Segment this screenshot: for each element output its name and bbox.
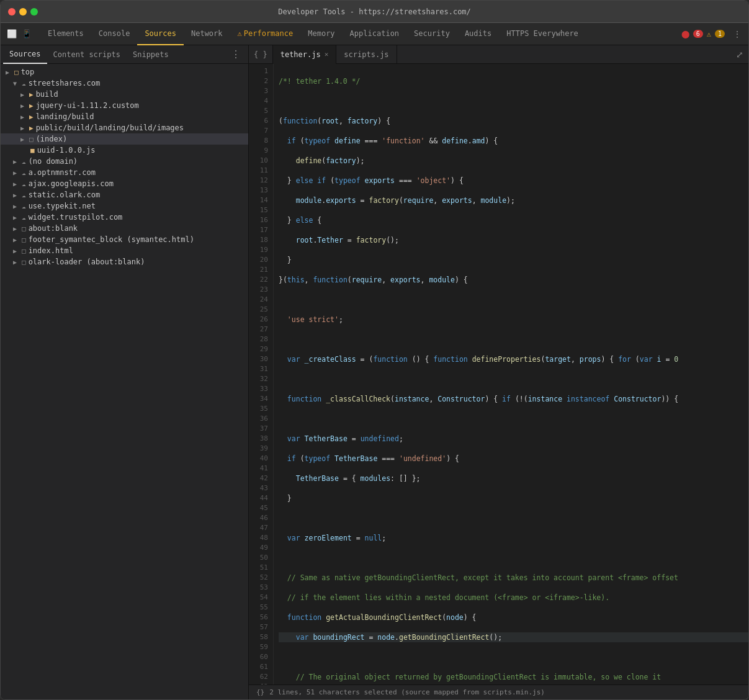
devtools-window: Developer Tools - https://streetshares.c… <box>0 0 749 700</box>
expand-arrow: ▶ <box>13 259 22 266</box>
sidebar-tab-content-scripts[interactable]: Content scripts <box>47 45 127 64</box>
expand-arrow: ▶ <box>20 136 29 143</box>
tree-item-static-olark[interactable]: ▶ ☁ static.olark.com <box>1 189 248 200</box>
editor-tab-tether[interactable]: tether.js ✕ <box>273 45 337 64</box>
tree-item-trustpilot[interactable]: ▶ ☁ widget.trustpilot.com <box>1 212 248 223</box>
tab-audits[interactable]: Audits <box>457 23 499 45</box>
sidebar-tab-snippets[interactable]: Snippets <box>127 45 175 64</box>
more-icon[interactable]: ⋮ <box>733 30 741 38</box>
close-button[interactable] <box>8 8 16 16</box>
main-area: Sources Content scripts Snippets ⋮ ▶ □ t… <box>1 45 748 699</box>
tree-label: static.olark.com <box>29 191 101 199</box>
sidebar-tab-bar: Sources Content scripts Snippets ⋮ <box>1 45 248 64</box>
folder-icon: ▶ <box>29 91 34 99</box>
inspect-icon[interactable]: ⬜ <box>7 29 17 38</box>
editor-expand-icon[interactable]: ⤢ <box>736 50 748 60</box>
folder-plain-icon: □ <box>22 236 26 244</box>
tree-label: top <box>21 68 35 76</box>
tree-item-optnmnstr[interactable]: ▶ ☁ a.optnmnstr.com <box>1 167 248 178</box>
minimize-button[interactable] <box>19 8 27 16</box>
tree-label: landing/build <box>36 112 94 121</box>
format-icon: { } <box>254 50 267 59</box>
expand-arrow: ▶ <box>13 214 22 221</box>
warning-badge: 1 <box>715 30 725 38</box>
sidebar-more-icon[interactable]: ⋮ <box>231 48 246 60</box>
tab-https[interactable]: HTTPS Everywhere <box>499 23 586 45</box>
traffic-lights <box>8 8 38 16</box>
tree-item-public-build[interactable]: ▶ ▶ public/build/landing/build/images <box>1 122 248 133</box>
folder-plain-icon: □ <box>22 225 26 233</box>
expand-arrow: ▶ <box>6 69 14 76</box>
tree-item-googleapis[interactable]: ▶ ☁ ajax.googleapis.com <box>1 178 248 189</box>
folder-icon: ▶ <box>29 102 34 110</box>
folder-icon: ▶ <box>29 113 34 121</box>
file-icon: ■ <box>30 146 35 155</box>
format-braces-icon[interactable]: {} <box>256 688 264 696</box>
tab-label: tether.js <box>280 50 321 59</box>
tree-label: a.optnmnstr.com <box>29 168 96 177</box>
editor-tab-scripts[interactable]: scripts.js <box>336 45 397 64</box>
tree-label: (no domain) <box>29 157 78 166</box>
tree-item-landing-build[interactable]: ▶ ▶ landing/build <box>1 111 248 122</box>
devtools-tab-bar: ⬜ 📱 Elements Console Sources Network ⚠Pe… <box>1 23 748 45</box>
expand-arrow: ▶ <box>13 158 22 165</box>
window-title: Developer Tools - https://streetshares.c… <box>278 7 471 16</box>
expand-arrow: ▶ <box>13 169 22 176</box>
sidebar-tab-sources[interactable]: Sources <box>3 45 47 64</box>
tab-console[interactable]: Console <box>91 23 138 45</box>
tree-item-uuid[interactable]: ■ uuid-1.0.0.js <box>1 145 248 156</box>
tree-label: jquery-ui-1.11.2.custom <box>36 101 139 110</box>
expand-arrow: ▶ <box>20 125 29 132</box>
tab-memory[interactable]: Memory <box>300 23 342 45</box>
expand-arrow: ▶ <box>13 203 22 210</box>
expand-arrow: ▼ <box>13 80 22 87</box>
editor-area: { } tether.js ✕ scripts.js ⤢ 1 2 3 <box>249 45 748 699</box>
tree-item-index-html[interactable]: ▶ □ index.html <box>1 245 248 256</box>
tree-item-symantec[interactable]: ▶ □ footer_symantec_block (symantec.html… <box>1 234 248 245</box>
file-folder-icon: □ <box>29 135 34 143</box>
cloud-icon: ☁ <box>22 79 26 88</box>
tab-label: scripts.js <box>344 50 388 59</box>
tree-item-olark-loader[interactable]: ▶ □ olark-loader (about:blank) <box>1 256 248 267</box>
tree-label: footer_symantec_block (symantec.html) <box>29 235 194 244</box>
tree-item-no-domain[interactable]: ▶ ☁ (no domain) <box>1 156 248 167</box>
tab-performance[interactable]: ⚠Performance <box>230 23 301 45</box>
folder-icon: ▶ <box>29 124 34 132</box>
expand-arrow: ▶ <box>13 181 22 187</box>
tree-item-typekit[interactable]: ▶ ☁ use.typekit.net <box>1 200 248 212</box>
device-icon[interactable]: 📱 <box>22 29 32 38</box>
code-editor[interactable]: 1 2 3 4 5 6 7 8 9 10 11 12 13 14 <box>249 64 748 684</box>
folder-plain-icon: □ <box>22 247 26 255</box>
expand-arrow: ▶ <box>13 225 22 232</box>
tree-item-streetshares[interactable]: ▼ ☁ streetshares.com <box>1 78 248 89</box>
tree-label: widget.trustpilot.com <box>29 213 123 222</box>
cloud-icon: ☁ <box>22 191 26 199</box>
maximize-button[interactable] <box>30 8 38 16</box>
tree-item-build[interactable]: ▶ ▶ build <box>1 89 248 100</box>
cloud-icon: ☁ <box>22 158 26 166</box>
tree-item-index[interactable]: ▶ □ (index) <box>1 133 248 145</box>
tab-application[interactable]: Application <box>343 23 406 45</box>
title-bar: Developer Tools - https://streetshares.c… <box>1 1 748 23</box>
sidebar: Sources Content scripts Snippets ⋮ ▶ □ t… <box>1 45 249 699</box>
tab-bar-right: ⬤ 6 ⚠ 1 ⋮ <box>681 30 746 38</box>
tree-label: olark-loader (about:blank) <box>29 258 145 266</box>
code-content: 1 2 3 4 5 6 7 8 9 10 11 12 13 14 <box>249 64 748 684</box>
tree-item-jquery[interactable]: ▶ ▶ jquery-ui-1.11.2.custom <box>1 100 248 111</box>
tab-security[interactable]: Security <box>406 23 457 45</box>
close-tab-icon[interactable]: ✕ <box>325 50 329 58</box>
tab-sources[interactable]: Sources <box>137 23 184 45</box>
cloud-icon: ☁ <box>22 169 26 177</box>
tree-label: uuid-1.0.0.js <box>37 146 96 155</box>
tree-item-top[interactable]: ▶ □ top <box>1 66 248 78</box>
tree-label: (index) <box>36 135 68 143</box>
tab-elements[interactable]: Elements <box>40 23 91 45</box>
tab-network[interactable]: Network <box>184 23 230 45</box>
tree-label: about:blank <box>29 224 78 233</box>
cloud-icon: ☁ <box>22 202 26 210</box>
tree-item-about-blank[interactable]: ▶ □ about:blank <box>1 223 248 234</box>
tree-label: build <box>36 90 58 99</box>
folder-plain-icon: □ <box>22 258 26 266</box>
folder-icon: □ <box>14 68 19 76</box>
editor-tab-format[interactable]: { } <box>249 45 273 64</box>
